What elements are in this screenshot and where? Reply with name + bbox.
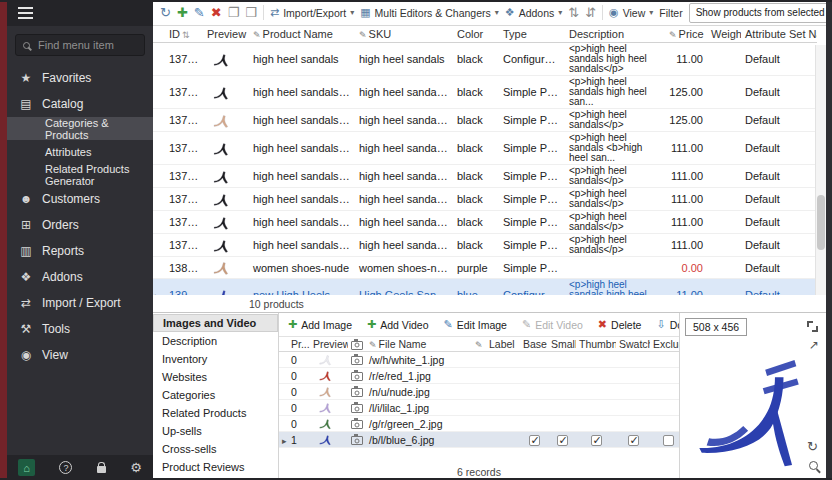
image-toolbar-button[interactable]: ✖ Delete [598,319,646,331]
label-edit-column-header[interactable]: ✎ [472,337,486,352]
image-row[interactable]: ▸ 0 /r/e/red_1.jpg [279,368,679,384]
column-header[interactable]: Description [565,26,665,43]
product-row[interactable]: ▸ 13732 high heel sandals-black high hee… [153,76,817,109]
add-product-icon[interactable]: ✚ [177,6,188,19]
thumbnail-checkbox[interactable] [591,435,602,446]
sort-icon[interactable]: ⇅ [568,6,579,19]
copy-icon[interactable]: ❐ [228,6,240,19]
swatch-checkbox[interactable] [628,435,639,446]
sidebar-item[interactable]: Related Products Generator [7,163,153,186]
image-type-column-header[interactable] [348,337,366,352]
column-header[interactable]: ID⇅ [165,26,203,43]
image-row[interactable]: ▸ 0 /g/r/green_2.jpg [279,416,679,432]
preview-column-header[interactable]: Preview [310,337,348,352]
swatch-column-header[interactable]: Swatch [616,337,650,352]
column-header[interactable]: Attribute Set Name [741,26,817,43]
sidebar-item[interactable]: ★ Favorites [7,65,153,91]
sidebar-item[interactable]: ❖ Addons [7,264,153,290]
product-row[interactable]: ▸ 13737 high heel sandals-nude-36 high h… [153,165,817,188]
detail-tab[interactable]: Websites [153,368,278,386]
exclude-column-header[interactable]: Exclude [650,337,679,352]
base-checkbox[interactable] [529,435,540,446]
lock-icon[interactable] [97,466,106,473]
detail-tab[interactable]: Product Reviews [153,458,278,476]
view-button[interactable]: ◉ View ▾ [609,6,653,19]
product-row[interactable]: ▸ 13733 high heel sandals-nude high heel… [153,109,817,132]
image-toolbar-button[interactable]: ⇩ Download Image [656,319,679,331]
sort-alt-icon[interactable]: ⇵ [585,6,596,19]
label-column-header[interactable]: Label [486,337,520,352]
sidebar-item[interactable]: ▤ Catalog [7,91,153,117]
store-icon[interactable]: ⌂ [18,459,35,476]
import-export-button[interactable]: ⇄ Import/Export ▾ [270,6,354,19]
detail-tab[interactable]: Related Products [153,404,278,422]
multi-editors-button[interactable]: ▦ Multi Editors & Changers ▾ [360,6,499,19]
column-header[interactable]: ✎SKU [355,26,453,43]
product-row[interactable]: ▸ 13738 high heel sandals-black-37 high … [153,188,817,211]
image-label [486,352,520,368]
sidebar-item[interactable]: Attributes [7,140,153,163]
column-header[interactable]: Weight [707,26,741,43]
product-weight [707,76,741,109]
product-row[interactable]: ▸ 13740 high heel sandals-black-38 high … [153,234,817,257]
detail-tab[interactable]: Up-sells [153,422,278,440]
product-row[interactable]: ▸ 13931 new High Heels Sandals High Geel… [153,279,817,296]
detail-tab[interactable]: Images and Video [153,314,278,332]
sidebar-search[interactable] [15,34,145,56]
detail-tab[interactable]: Description [153,332,278,350]
product-row[interactable]: ▸ 13731 high heel sandals high heel sand… [153,43,817,76]
image-thumbnail [313,352,339,367]
column-header[interactable]: ✎Product Name [249,26,355,43]
image-toolbar-button[interactable]: ✚ Add Image [288,319,356,331]
thumbnail-column-header[interactable]: Thumbna... [576,337,616,352]
delete-product-icon[interactable]: ✖ [211,6,222,19]
refresh-icon[interactable]: ↻ [160,6,171,19]
detail-tab[interactable]: Categories [153,386,278,404]
detail-tab[interactable]: Cross-sells [153,440,278,458]
vertical-scrollbar[interactable] [815,45,826,295]
sidebar-item[interactable]: ◉ View [7,342,153,368]
small-column-header[interactable]: Small [548,337,576,352]
image-toolbar-button[interactable]: ✎ Edit Video [522,319,587,331]
file-name-column-header[interactable]: ✎File Name [366,337,472,352]
column-header[interactable]: ✎Price [665,26,707,43]
small-checkbox[interactable] [557,435,568,446]
edit-product-icon[interactable]: ✎ [194,6,205,19]
column-header[interactable]: Preview [203,26,249,43]
image-toolbar-button[interactable]: ✚ Add Video [367,319,432,331]
image-toolbar-button[interactable]: ✎ Edit Image [444,319,511,331]
fullscreen-icon[interactable] [807,321,818,332]
base-column-header[interactable]: Base [520,337,548,352]
product-row[interactable]: ▸ 13736 high heel sandals-black-36 high … [153,132,817,165]
image-row[interactable]: ▸ 1 /b/l/blue_6.jpg [279,432,679,448]
sidebar-item[interactable]: ⊞ Orders [7,212,153,238]
column-header[interactable]: Color [453,26,499,43]
scrollbar-thumb[interactable] [817,195,825,250]
exclude-checkbox[interactable] [663,435,674,446]
open-external-icon[interactable]: ↗ [809,339,819,351]
image-row[interactable]: ▸ 0 /n/u/nude.jpg [279,384,679,400]
image-row[interactable]: ▸ 0 /w/h/white_1.jpg [279,352,679,368]
sidebar-item[interactable]: ⇄ Import / Export [7,290,153,316]
hamburger-menu-icon[interactable] [18,12,33,14]
help-icon[interactable]: ? [59,461,72,474]
filter-select[interactable]: Show products from selected categories ▾ [689,3,826,23]
product-row[interactable]: ▸ 13739 high heel sandals-nude-37 high h… [153,211,817,234]
sidebar-item[interactable]: Categories & Products [7,117,153,140]
position-column-header[interactable]: Pr... [288,337,310,352]
image-dimensions-label: 508 x 456 [685,318,747,336]
sidebar-item[interactable]: ▥ Reports [7,238,153,264]
product-row[interactable]: ▸ 13817 women shoes-nude women shoes-nud… [153,257,817,279]
image-row[interactable]: ▸ 0 /l/i/lilac_1.jpg [279,400,679,416]
menu-search-input[interactable] [36,38,137,52]
paste-icon[interactable]: ❒ [245,6,257,19]
sidebar-item[interactable]: ☻ Customers [7,186,153,212]
detail-tab[interactable]: Inventory [153,350,278,368]
rotate-icon[interactable]: ↻ [807,440,818,453]
product-id: 13740 [165,234,203,257]
zoom-icon[interactable] [809,461,818,470]
column-header[interactable]: Type [499,26,565,43]
gear-icon[interactable]: ⚙ [130,460,142,475]
sidebar-item[interactable]: ⚒ Tools [7,316,153,342]
addons-button[interactable]: ❖ Addons ▾ [505,6,563,19]
